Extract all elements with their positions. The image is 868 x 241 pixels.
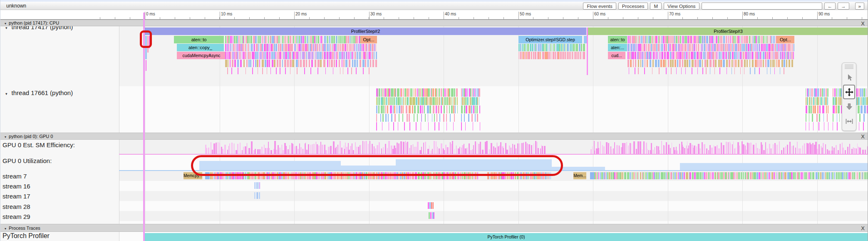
dense-slices-cluster[interactable] bbox=[225, 52, 377, 59]
stripe bbox=[431, 151, 432, 154]
dense-slices-cluster[interactable] bbox=[461, 88, 480, 97]
trace-slice-small[interactable] bbox=[584, 36, 587, 43]
collapse-triangle-icon[interactable]: ▾ bbox=[5, 22, 6, 25]
dense-slices-cluster[interactable] bbox=[225, 44, 377, 51]
find-previous-button[interactable]: ← bbox=[824, 3, 836, 10]
stripe bbox=[804, 143, 805, 154]
dense-slices-cluster[interactable] bbox=[806, 122, 828, 131]
close-icon[interactable]: X bbox=[861, 133, 865, 140]
trace-slice[interactable]: cud... bbox=[608, 52, 625, 59]
gpu-utilization-area[interactable] bbox=[680, 163, 868, 170]
track-label-stream-29[interactable]: stream 29 bbox=[2, 213, 30, 220]
find-next-button[interactable]: → bbox=[838, 3, 849, 10]
track-label-stream-28[interactable]: stream 28 bbox=[2, 203, 30, 210]
dense-slices-cluster[interactable] bbox=[627, 60, 794, 67]
stripe bbox=[427, 97, 428, 105]
dense-slices-cluster[interactable] bbox=[806, 97, 828, 105]
dense-slices-cluster[interactable] bbox=[461, 122, 480, 131]
trace-slice[interactable]: Optimizer.step#SGD.step bbox=[518, 36, 582, 43]
selection-tool-button[interactable] bbox=[843, 70, 855, 85]
close-icon[interactable]: X bbox=[861, 20, 865, 27]
close-icon[interactable]: X bbox=[861, 225, 865, 232]
timing-tool-button[interactable] bbox=[843, 114, 855, 128]
ruler-minor-tick bbox=[787, 17, 788, 19]
trace-slice[interactable]: Mem... bbox=[573, 172, 586, 179]
flow-events-button[interactable]: Flow events bbox=[583, 3, 616, 10]
stripe bbox=[371, 52, 372, 59]
dense-slices-cluster[interactable] bbox=[806, 105, 828, 113]
dense-slices-cluster[interactable] bbox=[518, 44, 582, 51]
dense-slices-cluster[interactable] bbox=[594, 172, 868, 179]
dense-slices-cluster[interactable] bbox=[806, 114, 828, 122]
find-close-button[interactable]: » bbox=[855, 3, 864, 10]
metadata-button[interactable]: M bbox=[650, 3, 662, 10]
trace-slice-small[interactable] bbox=[587, 28, 588, 75]
stripe bbox=[738, 60, 739, 67]
dense-slices-cluster[interactable] bbox=[376, 114, 458, 122]
dense-slices-cluster[interactable] bbox=[376, 88, 458, 97]
dense-slices-cluster[interactable] bbox=[376, 122, 458, 131]
dense-slices-cluster[interactable] bbox=[225, 36, 360, 43]
section-header-gpu[interactable]: ▾python (pid 0): GPU 0 X bbox=[0, 133, 868, 140]
drag-handle-icon[interactable] bbox=[845, 65, 853, 69]
trace-slice[interactable]: Opt... bbox=[776, 36, 794, 43]
collapse-triangle-icon[interactable]: ▾ bbox=[5, 227, 6, 231]
trace-slice[interactable]: cudaMemcpyAsync bbox=[177, 52, 226, 59]
dense-slices-cluster[interactable] bbox=[461, 97, 480, 105]
trace-slice[interactable]: aten:... bbox=[608, 44, 627, 51]
dense-slices-cluster[interactable] bbox=[806, 88, 828, 97]
dense-slices-cluster[interactable] bbox=[461, 114, 480, 122]
stripe bbox=[300, 147, 302, 154]
track-label-pytorch-profiler[interactable]: PyTorch Profiler bbox=[2, 232, 50, 240]
dense-slices-cluster[interactable] bbox=[376, 97, 458, 105]
timeline-ruler[interactable]: 0 ms10 ms20 ms30 ms40 ms50 ms60 ms70 ms8… bbox=[0, 10, 868, 20]
trace-slice[interactable]: ProfilerStep#2 bbox=[145, 28, 586, 35]
dense-slices-cluster[interactable] bbox=[428, 202, 434, 209]
stripe bbox=[224, 145, 226, 154]
collapse-triangle-icon[interactable]: ▾ bbox=[5, 135, 6, 139]
view-options-button[interactable]: View Options bbox=[664, 3, 699, 10]
trace-slice-small[interactable] bbox=[146, 60, 146, 71]
track-label-thread-17661[interactable]: ▾thread 17661 (python) bbox=[5, 89, 73, 96]
search-input[interactable] bbox=[702, 3, 822, 10]
trace-slice[interactable]: aten::copy_ bbox=[177, 44, 224, 51]
trace-slice[interactable]: PyTorch Profiler (0) bbox=[144, 233, 868, 241]
dense-slices-cluster[interactable] bbox=[225, 60, 377, 67]
stripe bbox=[775, 44, 776, 51]
trace-slice[interactable]: aten::to bbox=[608, 36, 627, 43]
track-label-gpu-utilization[interactable]: GPU 0 Utilization: bbox=[2, 157, 52, 164]
dense-slices-cluster[interactable] bbox=[254, 192, 260, 199]
track-label-stream-7[interactable]: stream 7 bbox=[2, 173, 27, 180]
timeline-canvas[interactable]: ▾python (pid 17417): CPU X ▾python (pid … bbox=[0, 20, 868, 241]
dense-slices-cluster[interactable] bbox=[627, 36, 776, 43]
section-header-process-traces[interactable]: ▾Process Traces X bbox=[0, 224, 868, 232]
trace-slice-small[interactable] bbox=[583, 52, 585, 59]
counter-bars-cluster[interactable] bbox=[590, 141, 868, 154]
processes-button[interactable]: Processes bbox=[618, 3, 648, 10]
pan-tool-button[interactable] bbox=[843, 85, 855, 99]
track-label-stream-17[interactable]: stream 17 bbox=[2, 193, 30, 200]
trace-slice-small[interactable] bbox=[590, 172, 594, 179]
dense-slices-cluster[interactable] bbox=[227, 68, 375, 74]
counter-bars-cluster[interactable] bbox=[205, 141, 546, 154]
track-label-stream-16[interactable]: stream 16 bbox=[2, 183, 30, 190]
collapse-triangle-icon[interactable]: ▾ bbox=[5, 92, 7, 96]
dense-slices-cluster[interactable] bbox=[461, 105, 480, 113]
section-header-cpu[interactable]: ▾python (pid 17417): CPU X bbox=[0, 20, 868, 26]
zoom-tool-button[interactable] bbox=[843, 99, 855, 114]
stripe bbox=[553, 52, 554, 59]
dense-slices-cluster[interactable] bbox=[627, 44, 794, 51]
stripe bbox=[630, 172, 631, 179]
dense-slices-cluster[interactable] bbox=[518, 52, 582, 59]
trace-slice-small[interactable] bbox=[583, 44, 585, 51]
trace-slice[interactable]: aten::to bbox=[174, 36, 224, 43]
trace-slice[interactable]: ProfilerStep#3 bbox=[588, 28, 868, 35]
dense-slices-cluster[interactable] bbox=[629, 68, 791, 74]
track-label-sm-efficiency[interactable]: GPU 0 Est. SM Efficiency: bbox=[2, 141, 75, 148]
trace-slice[interactable]: Opt... bbox=[360, 36, 377, 43]
dense-slices-cluster[interactable] bbox=[254, 182, 260, 189]
dense-slices-cluster[interactable] bbox=[429, 212, 434, 219]
dense-slices-cluster[interactable] bbox=[627, 52, 794, 59]
stripe bbox=[259, 149, 260, 154]
dense-slices-cluster[interactable] bbox=[376, 105, 458, 113]
